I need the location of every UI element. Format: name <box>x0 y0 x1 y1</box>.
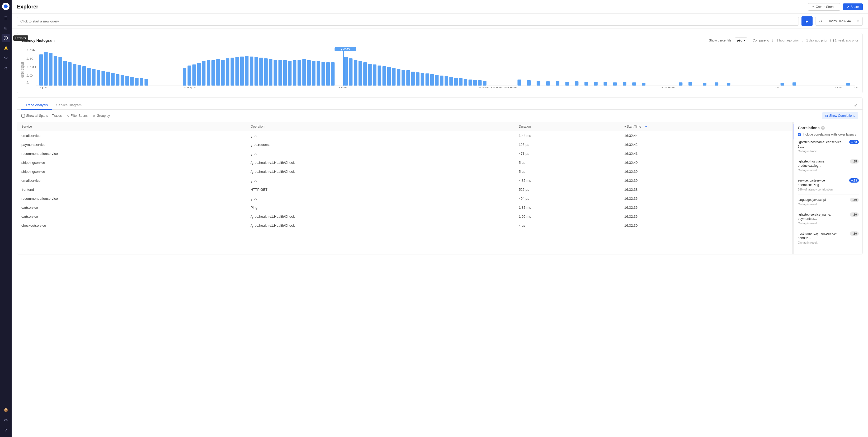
correlation-item-5[interactable]: hostname: paymentservice-6db89b... -.30 … <box>798 231 859 247</box>
create-stream-icon: ✦ <box>812 5 814 9</box>
svg-rect-108 <box>632 82 636 86</box>
svg-rect-42 <box>236 57 239 86</box>
cell-start-time: 16:32:40 <box>620 158 792 167</box>
table-row[interactable]: paymentservice grpc.request 123 μs 16:32… <box>17 140 792 149</box>
sidebar-item-waves[interactable] <box>2 54 10 62</box>
svg-rect-114 <box>727 83 731 86</box>
show-all-spans-checkbox[interactable] <box>21 114 25 118</box>
show-correlations-button[interactable]: ⊡ Show Correlations <box>822 112 858 119</box>
add-column-button[interactable]: + <box>645 125 647 128</box>
run-query-button[interactable]: ▶ <box>802 17 812 26</box>
corr-sublabel-2: 68% of latency contribution <box>798 188 859 191</box>
filter-spans-button[interactable]: ▽ Filter Spans <box>67 114 88 118</box>
svg-rect-19 <box>92 69 96 86</box>
sidebar-item-menu[interactable]: ☰ <box>2 14 10 22</box>
share-button[interactable]: ↗ Share <box>843 3 863 10</box>
svg-rect-113 <box>715 82 719 86</box>
include-lower-latency-toggle[interactable]: Include correlations with lower latency <box>798 133 859 136</box>
trace-header: Trace Analysis Service Diagram ⤢ <box>17 98 863 110</box>
svg-rect-90 <box>459 78 463 86</box>
create-stream-button[interactable]: ✦ Create Stream <box>808 3 840 10</box>
compare-1d-toggle[interactable]: 1 day ago prior <box>802 38 827 42</box>
cell-service: checkoutservice <box>17 221 246 230</box>
svg-rect-18 <box>87 68 91 86</box>
table-row[interactable]: emailservice grpc 1.44 ms 16:32:44 <box>17 131 792 140</box>
correlation-item-2[interactable]: service: cartserviceoperation: Ping +.33… <box>798 178 859 195</box>
table-row[interactable]: shippingservice /grpc.health.v1.Health/C… <box>17 167 792 176</box>
svg-rect-49 <box>269 59 273 86</box>
col-duration: Duration <box>515 122 620 131</box>
svg-text:1m+: 1m+ <box>854 86 858 89</box>
table-row[interactable]: recommendationservice grpc 471 μs 16:32:… <box>17 149 792 158</box>
cell-operation: grpc <box>246 194 515 203</box>
table-row[interactable]: checkoutservice /grpc.health.v1.Health/C… <box>17 221 792 230</box>
correlation-item-4[interactable]: lightstep.service_name: paymentser... -.… <box>798 212 859 229</box>
svg-rect-55 <box>298 60 301 86</box>
sidebar-item-settings[interactable]: ⚙ <box>2 64 10 72</box>
svg-rect-8 <box>39 54 43 86</box>
svg-rect-40 <box>226 58 229 86</box>
include-lower-checkbox[interactable] <box>798 133 801 136</box>
svg-rect-81 <box>416 72 420 86</box>
svg-rect-11 <box>54 56 57 86</box>
col-start-time[interactable]: ▾ Start Time + <box>620 122 792 131</box>
svg-rect-21 <box>101 71 105 86</box>
table-row[interactable]: emailservice grpc 4.86 ms 16:32:39 <box>17 176 792 185</box>
cell-duration: 5 μs <box>515 167 620 176</box>
percentile-select[interactable]: p95 ▾ <box>735 37 747 43</box>
svg-rect-25 <box>121 75 124 86</box>
correlation-item-1[interactable]: lightstep.hostname: productcatalog... -.… <box>798 159 859 175</box>
latency-histogram-chart: 10k 1K 100 10 1 Number of spans <box>21 47 858 89</box>
compare-1d-label: 1 day ago prior <box>806 38 827 42</box>
svg-rect-29 <box>140 78 143 86</box>
trace-table-wrapper: Service Operation Duration ▾ Start Time … <box>17 122 792 254</box>
show-all-spans-toggle[interactable]: Show all Spans in Traces <box>21 114 62 118</box>
table-row[interactable]: shippingservice /grpc.health.v1.Health/C… <box>17 158 792 167</box>
query-input[interactable] <box>17 17 799 26</box>
compare-1h-checkbox[interactable] <box>772 39 775 42</box>
cell-operation: /grpc.health.v1.Health/Check <box>246 158 515 167</box>
correlation-item-3[interactable]: language: javascript -.30 On tag in resu… <box>798 198 859 209</box>
svg-rect-43 <box>240 57 244 86</box>
svg-rect-66 <box>344 57 348 86</box>
table-row[interactable]: cartservice /grpc.health.v1.Health/Check… <box>17 212 792 221</box>
svg-rect-61 <box>326 62 330 86</box>
expand-button[interactable]: ⤢ <box>853 102 858 108</box>
cell-duration: 4.86 ms <box>515 176 620 185</box>
sidebar-item-code[interactable]: <> <box>2 416 10 424</box>
svg-rect-58 <box>312 61 315 86</box>
share-icon: ↗ <box>847 5 849 9</box>
svg-rect-77 <box>397 69 401 86</box>
tab-service-diagram[interactable]: Service Diagram <box>52 101 86 110</box>
corr-key-5: hostname: paymentservice-6db89b... <box>798 231 848 240</box>
history-icon: ↺ <box>819 19 822 23</box>
svg-rect-9 <box>44 52 48 86</box>
svg-rect-14 <box>68 62 72 86</box>
correlation-item-0[interactable]: lightstep.hostname: cartservice-6b... +.… <box>798 140 859 156</box>
svg-text:100ms: 100ms <box>661 86 675 89</box>
svg-rect-116 <box>793 82 796 86</box>
compare-1h-toggle[interactable]: 1 hour ago prior <box>772 38 799 42</box>
cell-service: recommendationservice <box>17 194 246 203</box>
table-row[interactable]: cartservice Ping 1.87 ms 16:32:36 <box>17 203 792 212</box>
compare-1d-checkbox[interactable] <box>802 39 805 42</box>
sidebar-item-grid[interactable]: ⊞ <box>2 24 10 32</box>
chevron-down-icon: ▾ <box>857 19 859 23</box>
sidebar-item-package[interactable]: 📦 <box>2 406 10 414</box>
sidebar-item-explorer[interactable]: Explorer <box>2 34 10 42</box>
compare-1h-label: 1 hour ago prior <box>776 38 799 42</box>
correlations-info-icon[interactable]: ? <box>821 126 825 130</box>
compare-1w-checkbox[interactable] <box>831 39 834 42</box>
cell-operation: /grpc.health.v1.Health/Check <box>246 221 515 230</box>
tab-trace-analysis[interactable]: Trace Analysis <box>21 101 52 110</box>
table-row[interactable]: frontend HTTP GET 526 μs 16:32:38 <box>17 185 792 194</box>
svg-rect-28 <box>135 78 138 86</box>
svg-rect-22 <box>106 71 110 86</box>
time-picker-button[interactable]: ↺ Today, 16:32:44 ▾ <box>815 17 863 26</box>
group-by-button[interactable]: ⊜ Group by <box>93 114 110 118</box>
table-row[interactable]: recommendationservice grpc 494 μs 16:32:… <box>17 194 792 203</box>
sidebar-item-notifications[interactable]: 🔔 <box>2 44 10 52</box>
cell-start-time: 16:32:36 <box>620 203 792 212</box>
sidebar-item-help[interactable]: ? <box>2 426 10 434</box>
compare-1w-toggle[interactable]: 1 week ago prior <box>831 38 858 42</box>
